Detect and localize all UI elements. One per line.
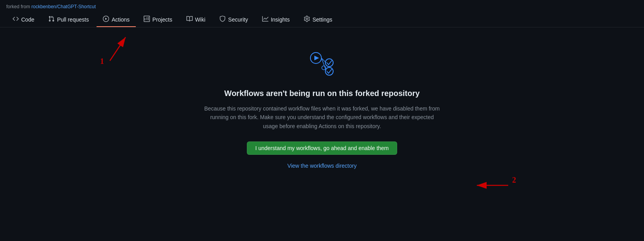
tab-actions-label: Actions [111, 16, 130, 23]
tab-projects-label: Projects [152, 16, 172, 23]
security-icon [219, 16, 226, 23]
svg-marker-1 [314, 56, 319, 60]
insights-icon [262, 16, 268, 23]
tab-settings-label: Settings [312, 16, 332, 23]
tab-pr-label: Pull requests [57, 16, 89, 23]
tab-security-label: Security [228, 16, 248, 23]
tab-settings[interactable]: Settings [297, 13, 339, 27]
actions-icon [103, 16, 109, 23]
main-description: Because this repository contained workfl… [204, 104, 440, 130]
settings-icon [304, 16, 310, 23]
fork-link[interactable]: rockbenben/ChatGPT-Shortcut [31, 4, 96, 9]
nav-tabs: Code Pull requests Actions [6, 13, 638, 27]
wiki-icon [186, 16, 193, 23]
projects-icon [144, 16, 150, 23]
tab-wiki-label: Wiki [195, 16, 205, 23]
tab-pull-requests[interactable]: Pull requests [42, 13, 95, 27]
code-icon [13, 16, 19, 23]
tab-code[interactable]: Code [6, 13, 40, 27]
workflow-icon [306, 51, 338, 80]
tab-security[interactable]: Security [213, 13, 254, 27]
fork-text: forked from [6, 4, 30, 9]
enable-workflows-button[interactable]: I understand my workflows, go ahead and … [247, 141, 397, 155]
tab-insights-label: Insights [271, 16, 290, 23]
pr-icon [48, 16, 55, 23]
fork-info: forked from rockbenben/ChatGPT-Shortcut [6, 4, 638, 9]
main-content: Workflows aren't being run on this forke… [0, 27, 644, 192]
main-title: Workflows aren't being run on this forke… [224, 89, 420, 98]
top-bar: forked from rockbenben/ChatGPT-Shortcut … [0, 0, 644, 27]
tab-projects[interactable]: Projects [137, 13, 179, 27]
view-workflows-link[interactable]: View the workflows directory [287, 163, 356, 169]
tab-wiki[interactable]: Wiki [180, 13, 212, 27]
tab-insights[interactable]: Insights [256, 13, 296, 27]
tab-actions[interactable]: Actions [97, 13, 136, 27]
nav-tabs-container: Code Pull requests Actions [6, 13, 638, 27]
tab-code-label: Code [21, 16, 34, 23]
